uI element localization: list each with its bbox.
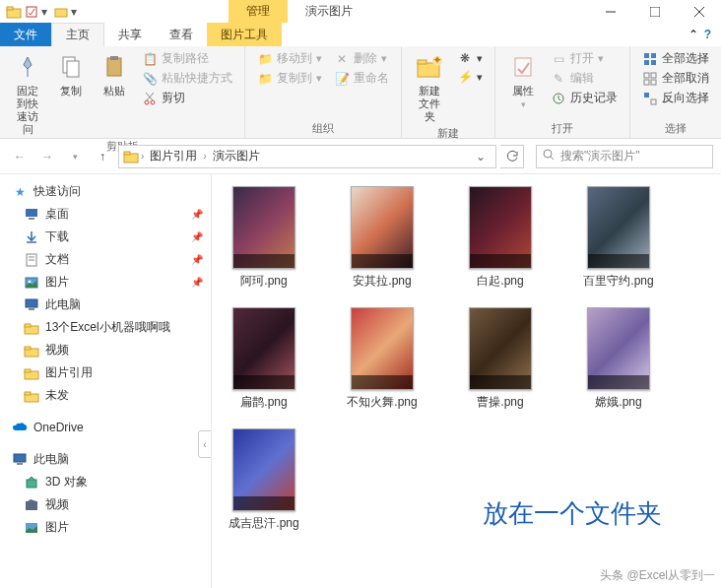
forward-button[interactable]: → [35,145,59,168]
contextual-tabs: 管理 演示图片 [229,0,370,23]
file-item[interactable]: 百里守约.png [574,186,663,290]
sidebar-item[interactable]: 下载📌 [0,226,211,248]
close-button[interactable] [677,0,721,23]
pin-to-quick-access-button[interactable]: 固定到快 速访问 [8,49,47,138]
file-name: 阿珂.png [240,273,287,290]
invert-selection-button[interactable]: 反向选择 [638,89,713,107]
edit-button[interactable]: ✎编辑 [547,69,622,88]
svg-rect-55 [27,480,36,488]
copy-path-button[interactable]: 📋复制路径 [138,49,236,68]
sidebar-collapse-handle[interactable]: ‹ [198,430,212,458]
pin-icon: 📌 [191,254,203,265]
minimize-button[interactable] [588,0,632,23]
select-none-button[interactable]: 全部取消 [638,69,713,88]
sidebar-item[interactable]: 13个Excel小机器哦啊哦 [0,316,211,339]
move-to-button[interactable]: 📁移动到 ▾ [253,49,326,68]
sidebar-item-icon [24,343,39,359]
select-all-button[interactable]: 全部选择 [638,49,713,68]
navigation-pane[interactable]: ★快速访问 桌面📌下载📌文档📌图片📌 此电脑13个Excel小机器哦啊哦视频图片… [0,174,212,588]
refresh-button[interactable] [500,145,524,168]
sidebar-item[interactable]: 未发 [0,384,211,407]
tab-share[interactable]: 共享 [104,23,156,46]
move-icon: 📁 [257,51,273,67]
tab-file[interactable]: 文件 [0,23,51,46]
cut-icon [142,91,158,106]
search-input[interactable]: 搜索"演示图片" [536,145,713,168]
tab-picture-tools[interactable]: 图片工具 [207,23,282,46]
qat-dropdown-icon[interactable]: ▾ [41,5,51,19]
tab-view[interactable]: 查看 [156,23,207,46]
file-thumbnail [351,186,414,269]
maximize-button[interactable] [632,0,677,23]
sidebar-item[interactable]: 文档📌 [0,248,211,271]
sidebar-item[interactable]: 图片引用 [0,361,211,384]
ribbon-collapse-icon[interactable]: ⌃ [688,28,698,41]
context-tab-manage[interactable]: 管理 [229,0,288,23]
chevron-icon[interactable]: › [141,151,144,162]
delete-button[interactable]: ✕删除 ▾ [330,49,393,68]
pin-icon [12,51,43,83]
file-item[interactable]: 白起.png [456,186,545,290]
svg-rect-53 [14,454,26,462]
paste-shortcut-button[interactable]: 📎粘贴快捷方式 [138,69,236,88]
breadcrumb-seg-2[interactable]: 演示图片 [209,148,264,164]
sidebar-this-pc[interactable]: 此电脑 [0,448,211,471]
cut-button[interactable]: 剪切 [138,89,236,107]
svg-rect-27 [651,73,656,78]
history-button[interactable]: 历史记录 [547,89,622,107]
file-name: 扁鹊.png [240,394,287,411]
file-item[interactable]: 扁鹊.png [220,307,308,411]
sidebar-item[interactable]: 3D 对象 [0,471,211,493]
rename-button[interactable]: 📝重命名 [330,69,393,88]
sidebar-item[interactable]: 此电脑 [0,294,211,316]
properties-icon[interactable] [24,4,39,20]
sidebar-item[interactable]: 视频 [0,493,211,516]
new-item-button[interactable]: ❋ ▾ [453,49,487,67]
svg-rect-30 [644,93,649,98]
up-button[interactable]: ↑ [91,145,114,168]
tab-home[interactable]: 主页 [51,23,104,46]
sidebar-item-icon [24,320,39,336]
file-thumbnail [351,307,414,390]
file-name: 不知火舞.png [347,394,417,411]
open-button[interactable]: ▭打开 ▾ [547,49,622,68]
new-folder-button[interactable]: ✦ 新建 文件夹 [410,49,449,125]
easy-access-button[interactable]: ⚡ ▾ [453,68,487,86]
sidebar-onedrive[interactable]: OneDrive [0,417,211,438]
sidebar-item[interactable]: 视频 [0,339,211,361]
file-item[interactable]: 嫦娥.png [574,307,663,411]
rename-icon: 📝 [334,71,350,87]
back-button[interactable]: ← [8,145,32,168]
svg-rect-44 [29,308,34,310]
copy-button[interactable]: 复制 [51,49,91,99]
file-item[interactable]: 曹操.png [456,307,545,411]
group-organize: 📁移动到 ▾ 📁复制到 ▾ ✕删除 ▾ 📝重命名 组织 [245,46,402,138]
recent-dropdown[interactable]: ▾ [63,145,87,168]
copy-to-button[interactable]: 📁复制到 ▾ [253,69,326,88]
sidebar-item[interactable]: 图片 [0,516,211,539]
breadcrumb-seg-1[interactable]: 图片引用 [146,148,201,164]
svg-rect-25 [651,60,656,65]
file-item[interactable]: 不知火舞.png [338,307,426,411]
breadcrumb[interactable]: › 图片引用 › 演示图片 ⌄ [118,145,496,168]
chevron-icon[interactable]: › [203,151,206,162]
sidebar-item-label: 图片 [45,274,69,291]
file-item[interactable]: 阿珂.png [220,186,308,290]
breadcrumb-dropdown-icon[interactable]: ⌄ [470,150,492,163]
file-name: 成吉思汗.png [229,515,298,532]
folder-icon [6,4,22,20]
sidebar-item-icon [24,520,39,536]
sidebar-item[interactable]: 桌面📌 [0,203,211,226]
properties-button[interactable]: 属性▾ [503,49,543,111]
svg-point-13 [151,100,155,104]
copyto-icon: 📁 [257,71,273,87]
file-item[interactable]: 安其拉.png [338,186,426,290]
qat-menu-icon[interactable]: ▾ [71,5,81,19]
help-icon[interactable]: ? [704,28,711,41]
file-view[interactable]: 阿珂.png安其拉.png白起.png百里守约.png扁鹊.png不知火舞.pn… [212,174,721,588]
sidebar-item[interactable]: 图片📌 [0,271,211,294]
paste-button[interactable]: 粘贴 [95,49,134,99]
invert-icon [642,91,658,106]
sidebar-quick-access[interactable]: ★快速访问 [0,180,211,203]
file-item[interactable]: 成吉思汗.png [220,428,308,532]
